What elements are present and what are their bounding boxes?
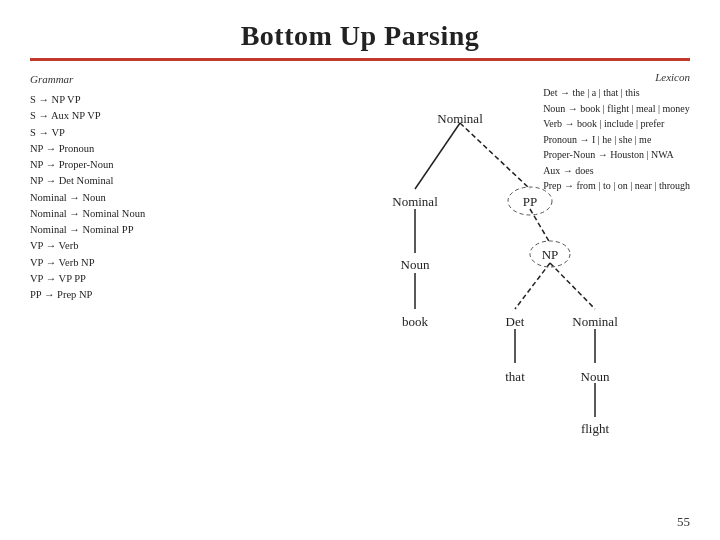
rule-5: NP → Proper-Noun xyxy=(30,157,230,173)
page-title: Bottom Up Parsing xyxy=(30,20,690,52)
svg-line-1 xyxy=(460,123,530,189)
rule-3: S → VP xyxy=(30,125,230,141)
red-divider xyxy=(30,58,690,61)
tree-svg: Nominal Nominal PP NP Noun book Det xyxy=(260,91,720,471)
node-det: Det xyxy=(506,314,525,329)
node-nominal1: Nominal xyxy=(437,111,483,126)
node-np: NP xyxy=(542,247,559,262)
node-nominal3: Nominal xyxy=(572,314,618,329)
svg-line-0 xyxy=(415,123,460,189)
node-that: that xyxy=(505,369,525,384)
grammar-section: Grammar S → NP VP S → Aux NP VP S → VP N… xyxy=(30,71,230,304)
svg-line-5 xyxy=(515,263,550,309)
node-book: book xyxy=(402,314,429,329)
svg-line-2 xyxy=(530,209,550,243)
page-number: 55 xyxy=(677,514,690,530)
rule-8: Nominal → Nominal Noun xyxy=(30,206,230,222)
rule-4: NP → Pronoun xyxy=(30,141,230,157)
rule-9: Nominal → Nominal PP xyxy=(30,222,230,238)
rule-11: VP → Verb NP xyxy=(30,255,230,271)
node-noun2: Noun xyxy=(581,369,610,384)
rule-6: NP → Det Nominal xyxy=(30,173,230,189)
grammar-title: Grammar xyxy=(30,71,230,88)
page: Bottom Up Parsing Grammar S → NP VP S → … xyxy=(0,0,720,540)
lexicon-title: Lexicon xyxy=(533,71,690,83)
right-section: Lexicon Det → the | a | that | this Noun… xyxy=(230,71,690,304)
node-noun1: Noun xyxy=(401,257,430,272)
rule-13: PP → Prep NP xyxy=(30,287,230,303)
node-nominal2: Nominal xyxy=(392,194,438,209)
rule-1: S → NP VP xyxy=(30,92,230,108)
node-flight: flight xyxy=(581,421,610,436)
rule-10: VP → Verb xyxy=(30,238,230,254)
svg-line-6 xyxy=(550,263,595,309)
node-pp: PP xyxy=(523,194,537,209)
rule-2: S → Aux NP VP xyxy=(30,108,230,124)
content-columns: Grammar S → NP VP S → Aux NP VP S → VP N… xyxy=(30,71,690,304)
rule-12: VP → VP PP xyxy=(30,271,230,287)
rule-7: Nominal → Noun xyxy=(30,190,230,206)
grammar-rules: S → NP VP S → Aux NP VP S → VP NP → Pron… xyxy=(30,92,230,303)
parse-tree: Nominal Nominal PP NP Noun book Det xyxy=(280,91,690,274)
